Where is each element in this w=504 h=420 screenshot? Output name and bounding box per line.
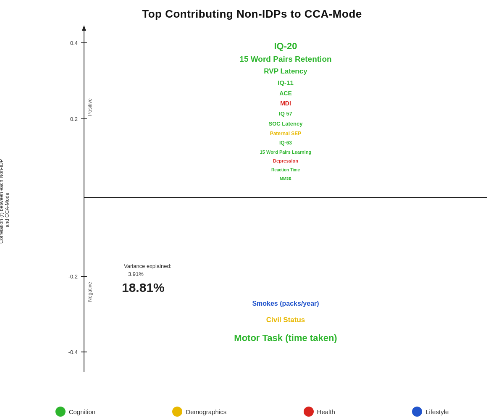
y-axis-label: Correlation (r) between each Non-IDPand … <box>0 176 10 244</box>
svg-text:-0.2: -0.2 <box>68 273 78 280</box>
lifestyle-dot <box>412 407 422 417</box>
svg-text:IQ-20: IQ-20 <box>274 41 297 51</box>
demographics-dot <box>172 407 182 417</box>
svg-text:SOC Latency: SOC Latency <box>269 121 303 127</box>
svg-text:Depression: Depression <box>273 158 298 163</box>
svg-text:Civil Status: Civil Status <box>266 316 305 324</box>
svg-text:Paternal SEP: Paternal SEP <box>270 131 302 136</box>
svg-text:Reaction Time: Reaction Time <box>271 168 300 172</box>
svg-text:IQ-63: IQ-63 <box>279 140 292 146</box>
legend-item-demographics: Demographics <box>172 407 226 417</box>
svg-text:ACE: ACE <box>279 90 292 97</box>
legend-item-health: Health <box>304 407 335 417</box>
cognition-label: Cognition <box>69 408 95 415</box>
legend-item-lifestyle: Lifestyle <box>412 407 449 417</box>
svg-text:-0.4: -0.4 <box>68 349 78 355</box>
svg-text:Motor Task (time taken): Motor Task (time taken) <box>234 333 337 343</box>
svg-text:RVP Latency: RVP Latency <box>264 67 307 75</box>
svg-text:3.91%: 3.91% <box>128 271 144 277</box>
demographics-label: Demographics <box>186 408 226 415</box>
svg-text:18.81%: 18.81% <box>122 281 165 294</box>
svg-text:0.2: 0.2 <box>70 116 78 122</box>
y-axis-label-text: Correlation (r) between each Non-IDPand … <box>0 159 10 244</box>
svg-text:Smokes (packs/year): Smokes (packs/year) <box>252 300 319 307</box>
svg-text:Variance explained:: Variance explained: <box>124 263 171 269</box>
svg-marker-10 <box>82 25 86 31</box>
lifestyle-label: Lifestyle <box>425 408 449 415</box>
svg-text:IQ 57: IQ 57 <box>279 110 292 117</box>
legend: Cognition Demographics Health Lifestyle <box>0 407 504 417</box>
svg-text:MDI: MDI <box>280 100 291 107</box>
chart-svg: 0.4 0.2 -0.2 -0.4 Positive Negative IQ-2… <box>42 23 491 388</box>
health-label: Health <box>317 408 335 415</box>
svg-text:0.4: 0.4 <box>70 40 78 46</box>
svg-text:IQ-11: IQ-11 <box>278 79 294 86</box>
legend-item-cognition: Cognition <box>55 407 95 417</box>
svg-text:15 Word Pairs Retention: 15 Word Pairs Retention <box>239 55 331 63</box>
svg-text:Negative: Negative <box>87 282 93 302</box>
svg-text:15 Word Pairs Learning: 15 Word Pairs Learning <box>260 150 312 155</box>
health-dot <box>304 407 314 417</box>
svg-text:Positive: Positive <box>87 98 93 116</box>
cognition-dot <box>55 407 66 417</box>
svg-text:MMSE: MMSE <box>280 176 291 181</box>
chart-title: Top Contributing Non-IDPs to CCA-Mode <box>0 0 504 21</box>
chart-container: Top Contributing Non-IDPs to CCA-Mode Co… <box>0 0 504 420</box>
